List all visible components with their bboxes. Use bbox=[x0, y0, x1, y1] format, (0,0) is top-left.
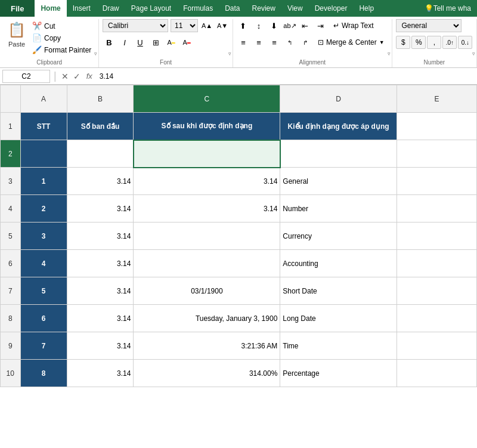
stt-cell-2[interactable] bbox=[20, 140, 67, 168]
row-header-9[interactable]: 9 bbox=[1, 332, 21, 360]
row-header-5[interactable]: 5 bbox=[1, 223, 21, 250]
align-top-button[interactable]: ⬆ bbox=[236, 19, 250, 32]
dinh-dang-3[interactable]: General bbox=[280, 168, 397, 195]
font-size-select[interactable]: 11 bbox=[171, 19, 198, 32]
sau-khi-6[interactable] bbox=[134, 250, 280, 277]
name-box[interactable] bbox=[2, 70, 50, 83]
menu-draw[interactable]: Draw bbox=[97, 0, 125, 17]
italic-button[interactable]: I bbox=[118, 36, 131, 49]
menu-data[interactable]: Data bbox=[219, 0, 246, 17]
increase-decimal-button[interactable]: .0↑ bbox=[442, 36, 457, 49]
ltr-button[interactable]: ↱ bbox=[298, 36, 312, 49]
menu-review[interactable]: Review bbox=[246, 0, 281, 17]
percent-button[interactable]: % bbox=[411, 36, 426, 49]
sau-khi-10[interactable]: 314.00% bbox=[134, 360, 280, 387]
confirm-button[interactable]: ✓ bbox=[72, 72, 82, 81]
stt-cell-8[interactable]: 6 bbox=[20, 305, 67, 332]
dinh-dang-9[interactable]: Time bbox=[280, 332, 397, 360]
dinh-dang-8[interactable]: Long Date bbox=[280, 305, 397, 332]
row-header-10[interactable]: 10 bbox=[1, 360, 21, 387]
menu-view[interactable]: View bbox=[281, 0, 309, 17]
row-header-6[interactable]: 6 bbox=[1, 250, 21, 277]
align-center-button[interactable]: ≡ bbox=[252, 36, 266, 49]
align-bottom-button[interactable]: ⬇ bbox=[267, 19, 281, 32]
align-left-button[interactable]: ≡ bbox=[236, 36, 250, 49]
font-expand-icon[interactable]: ▿ bbox=[228, 51, 231, 57]
indent-decrease-button[interactable]: ⇤ bbox=[298, 19, 312, 32]
stt-cell-10[interactable]: 8 bbox=[20, 360, 67, 387]
paste-button[interactable]: 📋 Paste bbox=[5, 19, 29, 49]
ban-dau-9[interactable]: 3.14 bbox=[67, 332, 134, 360]
row-header-2[interactable]: 2 bbox=[1, 140, 21, 168]
bold-button[interactable]: B bbox=[103, 36, 116, 49]
header-stt[interactable]: STT bbox=[20, 113, 67, 140]
col-header-d[interactable]: D bbox=[280, 85, 397, 113]
clipboard-expand-icon[interactable]: ▿ bbox=[94, 51, 97, 57]
stt-cell-5[interactable]: 3 bbox=[20, 223, 67, 250]
col-header-a[interactable]: A bbox=[20, 85, 67, 113]
ban-dau-3[interactable]: 3.14 bbox=[67, 168, 134, 195]
col-header-e[interactable]: E bbox=[397, 85, 476, 113]
decrease-font-button[interactable]: A▼ bbox=[216, 19, 229, 32]
menu-formulas[interactable]: Formulas bbox=[177, 0, 219, 17]
align-right-button[interactable]: ≡ bbox=[267, 36, 281, 49]
ban-dau-7[interactable]: 3.14 bbox=[67, 277, 134, 305]
sau-khi-9[interactable]: 3:21:36 AM bbox=[134, 332, 280, 360]
row-header-7[interactable]: 7 bbox=[1, 277, 21, 305]
formula-input[interactable] bbox=[97, 70, 475, 83]
indent-increase-button[interactable]: ⇥ bbox=[314, 19, 328, 32]
col-header-c[interactable]: C bbox=[134, 85, 280, 113]
sau-khi-4[interactable]: 3.14 bbox=[134, 195, 280, 223]
sau-khi-5[interactable] bbox=[134, 223, 280, 250]
stt-cell-9[interactable]: 7 bbox=[20, 332, 67, 360]
cut-button[interactable]: ✂️ Cut bbox=[30, 20, 94, 32]
merge-dropdown-icon[interactable]: ▼ bbox=[379, 39, 385, 45]
row-header-8[interactable]: 8 bbox=[1, 305, 21, 332]
stt-cell-3[interactable]: 1 bbox=[20, 168, 67, 195]
menu-insert[interactable]: Insert bbox=[67, 0, 97, 17]
underline-button[interactable]: U bbox=[134, 36, 147, 49]
ban-dau-6[interactable]: 3.14 bbox=[67, 250, 134, 277]
number-expand-icon[interactable]: ▿ bbox=[472, 51, 475, 57]
tell-me-box[interactable]: 💡 Tell me wha bbox=[419, 4, 477, 13]
fill-color-button[interactable]: A▬ bbox=[165, 36, 178, 49]
wrap-text-button[interactable]: ↵ Wrap Text bbox=[329, 20, 378, 32]
menu-home[interactable]: Home bbox=[35, 0, 66, 17]
dinh-dang-2[interactable] bbox=[280, 140, 397, 168]
menu-help[interactable]: Help bbox=[353, 0, 380, 17]
decrease-decimal-button[interactable]: 0.↓ bbox=[458, 36, 472, 49]
font-color-button[interactable]: A▬ bbox=[180, 36, 193, 49]
header-sau-khi[interactable]: Số sau khi được định dạng bbox=[134, 113, 280, 140]
header-ban-dau[interactable]: Số ban đầu bbox=[67, 113, 134, 140]
orientation-button[interactable]: ab↗ bbox=[283, 19, 297, 32]
stt-cell-7[interactable]: 5 bbox=[20, 277, 67, 305]
font-name-select[interactable]: Calibri bbox=[103, 19, 168, 32]
menu-file[interactable]: File bbox=[0, 0, 35, 17]
ban-dau-4[interactable]: 3.14 bbox=[67, 195, 134, 223]
copy-button[interactable]: 📄 Copy bbox=[30, 32, 94, 44]
dinh-dang-7[interactable]: Short Date bbox=[280, 277, 397, 305]
dinh-dang-5[interactable]: Currency bbox=[280, 223, 397, 250]
dinh-dang-4[interactable]: Number bbox=[280, 195, 397, 223]
merge-center-button[interactable]: ⊡ Merge & Center ▼ bbox=[314, 36, 389, 48]
col-header-b[interactable]: B bbox=[67, 85, 134, 113]
comma-button[interactable]: , bbox=[427, 36, 441, 49]
format-painter-button[interactable]: 🖌️ Format Painter bbox=[30, 44, 94, 55]
sau-khi-3[interactable]: 3.14 bbox=[134, 168, 280, 195]
number-format-select[interactable]: General bbox=[396, 19, 461, 32]
rtl-button[interactable]: ↰ bbox=[283, 36, 297, 49]
dollar-button[interactable]: $ bbox=[396, 36, 410, 49]
row-header-3[interactable]: 3 bbox=[1, 168, 21, 195]
row-header-1[interactable]: 1 bbox=[1, 113, 21, 140]
sau-khi-8[interactable]: Tuesday, January 3, 1900 bbox=[134, 305, 280, 332]
cancel-button[interactable]: ✕ bbox=[60, 72, 70, 81]
header-kieu-dinh-dang[interactable]: Kiểu định dạng được áp dụng bbox=[280, 113, 397, 140]
ban-dau-8[interactable]: 3.14 bbox=[67, 305, 134, 332]
alignment-expand-icon[interactable]: ▿ bbox=[388, 51, 391, 57]
stt-cell-4[interactable]: 2 bbox=[20, 195, 67, 223]
menu-developer[interactable]: Developer bbox=[309, 0, 354, 17]
stt-cell-6[interactable]: 4 bbox=[20, 250, 67, 277]
increase-font-button[interactable]: A▲ bbox=[200, 19, 213, 32]
align-middle-button[interactable]: ↕ bbox=[252, 19, 266, 32]
row-header-4[interactable]: 4 bbox=[1, 195, 21, 223]
